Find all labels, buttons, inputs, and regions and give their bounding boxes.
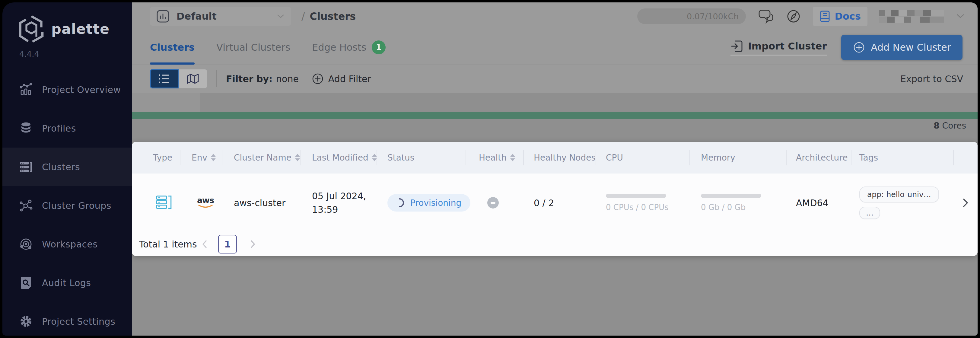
- pagination-next-icon[interactable]: [249, 239, 257, 249]
- usage-value: 0.07/100kCh: [687, 12, 739, 21]
- brand-name: palette: [51, 21, 110, 37]
- row-expand-chevron-icon[interactable]: [961, 197, 970, 209]
- docs-label: Docs: [835, 11, 861, 22]
- cluster-type-icon: [155, 194, 172, 210]
- import-cluster-button[interactable]: Import Cluster: [730, 40, 827, 56]
- workspaces-icon: [19, 237, 33, 251]
- docs-button[interactable]: Docs: [813, 6, 867, 26]
- memory-usage-label: 0 Gb / 0 Gb: [701, 203, 761, 212]
- tabs: Clusters Virtual Clusters Edge Hosts 1: [150, 30, 386, 65]
- column-header-health[interactable]: Health: [479, 153, 515, 163]
- sidebar-item-project-settings[interactable]: Project Settings: [2, 302, 132, 336]
- column-divider: [953, 150, 954, 165]
- sidebar-item-audit-logs[interactable]: Audit Logs: [2, 263, 132, 302]
- sidebar-item-cluster-groups[interactable]: Cluster Groups: [2, 186, 132, 225]
- cluster-groups-icon: [19, 199, 33, 212]
- column-header-tags: Tags: [859, 153, 878, 163]
- sort-icon: [295, 154, 300, 161]
- palette-hexagon-icon: [18, 14, 45, 43]
- column-divider: [466, 150, 466, 165]
- memory-usage-bar: [701, 194, 761, 198]
- chevron-down-icon: [276, 13, 285, 19]
- cluster-row[interactable]: aws aws-cluster 05 Jul 2024, 13:59 Pr: [132, 174, 978, 232]
- add-filter-button[interactable]: Add Filter: [311, 72, 371, 85]
- tab-virtual-clusters[interactable]: Virtual Clusters: [216, 30, 290, 65]
- column-divider: [851, 150, 851, 165]
- sidebar-item-profiles[interactable]: Profiles: [2, 109, 132, 148]
- cores-value: 8: [934, 121, 939, 131]
- provisioning-spinner-icon: [396, 198, 406, 208]
- sort-icon: [372, 154, 377, 161]
- sidebar-item-workspaces[interactable]: Workspaces: [2, 225, 132, 263]
- column-header-architecture: Architecture: [796, 153, 848, 163]
- memory-cell: 0 Gb / 0 Gb: [701, 194, 761, 212]
- database-icon: [19, 121, 33, 135]
- project-selector[interactable]: Default: [150, 7, 291, 26]
- book-icon: [819, 10, 830, 22]
- add-new-cluster-button[interactable]: Add New Cluster: [841, 35, 963, 60]
- sidebar-item-project-overview[interactable]: Project Overview: [2, 70, 132, 109]
- tab-clusters[interactable]: Clusters: [150, 30, 195, 65]
- export-to-csv-label: Export to CSV: [900, 73, 963, 84]
- column-divider: [222, 150, 223, 165]
- column-divider: [523, 150, 524, 165]
- cluster-name-cell: aws-cluster: [234, 198, 285, 208]
- clusters-table: Type Env Cluster Name Last Modified Stat…: [132, 142, 978, 256]
- health-unknown-icon: [487, 197, 499, 209]
- architecture-cell: AMD64: [796, 198, 829, 208]
- cpu-usage-label: 0 CPUs / 0 CPUs: [606, 203, 669, 212]
- edge-hosts-count-badge: 1: [372, 40, 386, 54]
- user-name-redacted[interactable]: [879, 10, 944, 23]
- sidebar-item-clusters[interactable]: Clusters: [2, 148, 132, 186]
- cpu-usage-bar: [606, 194, 666, 198]
- column-header-env[interactable]: Env: [192, 153, 216, 163]
- add-filter-label: Add Filter: [328, 73, 371, 84]
- tab-edge-hosts[interactable]: Edge Hosts 1: [312, 30, 386, 65]
- map-view-icon: [186, 73, 200, 84]
- compass-icon[interactable]: [786, 8, 801, 24]
- column-header-cluster-name[interactable]: Cluster Name: [234, 153, 300, 163]
- clusters-icon: [19, 160, 33, 174]
- table-header: Type Env Cluster Name Last Modified Stat…: [132, 142, 978, 174]
- breadcrumb-current: Clusters: [310, 11, 356, 22]
- map-view-button[interactable]: [179, 69, 207, 88]
- breadcrumb-separator: /: [301, 10, 305, 22]
- user-menu-chevron-icon[interactable]: [955, 13, 966, 20]
- column-divider: [300, 150, 301, 165]
- tag-pill[interactable]: app: hello-univ…: [859, 187, 939, 202]
- env-aws-logo: aws: [196, 196, 215, 209]
- tab-actions: Import Cluster Add New Cluster: [730, 30, 963, 65]
- last-modified-cell: 05 Jul 2024, 13:59: [312, 189, 366, 216]
- export-to-csv-button[interactable]: Export to CSV: [900, 73, 963, 84]
- chat-icon[interactable]: [757, 8, 774, 24]
- dimmed-panel: [132, 93, 200, 112]
- audit-logs-icon: [19, 276, 33, 290]
- tag-overflow-pill[interactable]: …: [859, 207, 880, 219]
- sort-icon: [510, 154, 515, 161]
- gear-icon: [19, 314, 33, 328]
- project-scope-icon: [156, 10, 170, 23]
- sidebar-item-label: Profiles: [42, 123, 76, 134]
- sidebar-item-label: Cluster Groups: [42, 200, 111, 211]
- sidebar: palette 4.4.4 Project Overview Profiles: [2, 2, 132, 336]
- sidebar-item-label: Project Overview: [42, 84, 121, 95]
- cores-unit: Cores: [942, 121, 966, 131]
- tags-cell: app: hello-univ… …: [859, 187, 939, 219]
- healthy-nodes-cell: 0 / 2: [534, 198, 554, 208]
- health-cell: [487, 197, 499, 209]
- plus-circle-icon: [311, 72, 324, 85]
- column-divider: [689, 150, 690, 165]
- sidebar-item-label: Project Settings: [42, 316, 115, 327]
- cpu-cell: 0 CPUs / 0 CPUs: [606, 194, 669, 212]
- breadcrumb: / Clusters: [301, 10, 356, 22]
- list-view-button[interactable]: [150, 69, 179, 88]
- pagination-page-1[interactable]: 1: [218, 235, 237, 254]
- palette-logo[interactable]: palette: [18, 14, 110, 43]
- pagination-prev-icon[interactable]: [200, 239, 208, 249]
- usage-pill[interactable]: 0.07/100kCh: [637, 8, 746, 24]
- column-header-status: Status: [387, 153, 414, 163]
- column-header-last-modified[interactable]: Last Modified: [312, 153, 377, 163]
- column-divider: [377, 150, 377, 165]
- table-footer: Total 1 items 1: [132, 232, 978, 256]
- sidebar-item-label: Clusters: [42, 162, 80, 172]
